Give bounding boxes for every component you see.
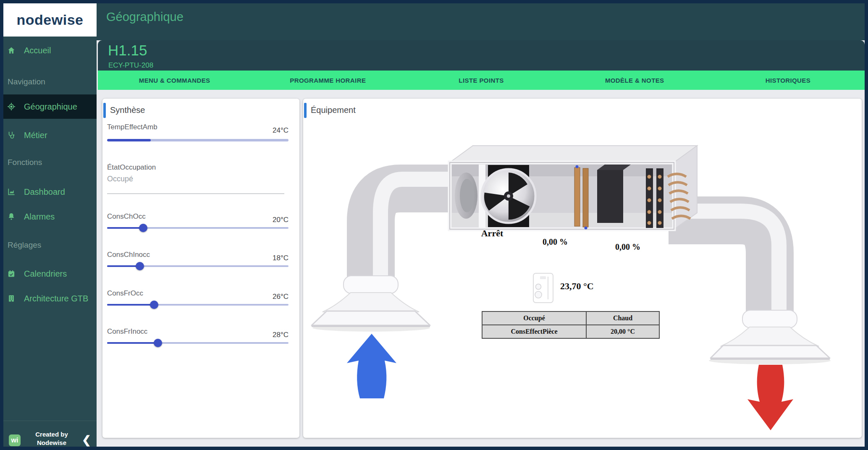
etat-occupation-field[interactable]: Occupé — [107, 175, 133, 183]
sidebar-section-reglages: Réglages — [8, 241, 92, 250]
slider-fill — [107, 265, 140, 267]
tab-modele-notes[interactable]: MODÈLE & NOTES — [558, 71, 711, 90]
created-by-line: Created by — [26, 430, 77, 439]
calendar-icon — [7, 269, 16, 278]
slider-thumb[interactable] — [139, 224, 147, 232]
cons-fr-occ-slider[interactable] — [107, 301, 288, 309]
slider-fill — [107, 227, 143, 229]
top-bar: Géographique — [97, 3, 865, 40]
app-window: nodewise Accueil Navigation Géographique… — [3, 3, 865, 447]
sidebar-item-label: Architecture GTB — [24, 294, 88, 303]
control-temp-effect: TempEffectAmb 24°C — [107, 123, 288, 131]
slider-thumb[interactable] — [136, 262, 144, 270]
device-model: ECY-PTU-208 — [108, 61, 153, 70]
air-handling-unit — [450, 146, 697, 230]
device-header-card: H1.15 ECY-PTU-208 MENU & COMMANDES PROGR… — [98, 40, 865, 90]
sidebar-footer-divider — [3, 421, 97, 421]
sidebar-item-label: Géographique — [24, 102, 77, 112]
tab-liste-points[interactable]: LISTE POINTS — [404, 71, 558, 90]
control-value: 18°C — [273, 254, 288, 262]
control-label: ÉtatOccupation — [107, 163, 156, 171]
heating-coil-icon — [574, 165, 631, 230]
logo-text: nodewise — [17, 12, 84, 28]
screen: nodewise Accueil Navigation Géographique… — [0, 0, 868, 450]
equipment-status-table: Occupé Chaud ConsEffectPièce 20,00 °C — [482, 311, 660, 339]
slider-thumb[interactable] — [150, 301, 158, 309]
control-label: ConsChOcc — [107, 212, 146, 220]
sidebar-item-dashboard[interactable]: Dashboard — [3, 183, 97, 200]
setpoint-label-cell: ConsEffectPièce — [482, 325, 586, 338]
tab-bar: MENU & COMMANDES PROGRAMME HORAIRE LISTE… — [98, 71, 865, 90]
temp-effect-progress-fill — [107, 139, 151, 141]
bell-icon — [7, 212, 16, 221]
cooling-valve-value: 0,00 % — [603, 242, 653, 252]
sidebar-item-alarmes[interactable]: Alarmes — [3, 208, 97, 225]
sidebar-item-geographique[interactable]: Géographique — [3, 94, 97, 119]
room-temperature-value: 23,70 °C — [560, 281, 644, 292]
right-duct — [669, 211, 831, 364]
setpoint-value-cell: 20,00 °C — [586, 325, 659, 338]
sidebar-item-label: Dashboard — [24, 187, 65, 197]
cons-ch-inocc-slider[interactable] — [107, 262, 288, 270]
control-label: ConsChInocc — [107, 251, 150, 259]
occupancy-cell: Occupé — [482, 311, 586, 325]
sidebar-item-label: Alarmes — [24, 212, 55, 222]
sidebar-item-label: Métier — [24, 131, 47, 140]
return-air-arrow — [347, 334, 396, 398]
sidebar: nodewise Accueil Navigation Géographique… — [3, 3, 97, 447]
supply-air-arrow — [747, 365, 793, 430]
sidebar-item-metier[interactable]: Métier — [3, 127, 97, 144]
control-label: ConsFrInocc — [107, 327, 147, 335]
table-row: Occupé Chaud — [482, 311, 659, 325]
hvac-unit-diagram — [303, 99, 862, 438]
control-label: TempEffectAmb — [107, 123, 157, 131]
sidebar-item-accueil[interactable]: Accueil — [3, 42, 97, 59]
left-duct — [312, 179, 454, 332]
sidebar-item-label: Calendriers — [24, 269, 67, 279]
control-label: ConsFrOcc — [107, 289, 143, 297]
tab-historiques[interactable]: HISTORIQUES — [711, 71, 865, 90]
control-cons-ch-inocc: ConsChInocc 18°C — [107, 251, 288, 259]
location-icon — [7, 102, 16, 111]
slider-fill — [107, 304, 154, 306]
chart-icon — [7, 188, 16, 196]
cons-fr-inocc-slider[interactable] — [107, 339, 288, 347]
equipement-panel: Équipement — [303, 99, 862, 438]
mode-cell: Chaud — [586, 311, 659, 325]
sidebar-item-label: Accueil — [24, 46, 51, 55]
etat-occupation-underline — [107, 194, 284, 194]
created-by-text: Created by Nodewise — [26, 430, 77, 447]
synthese-title: Synthèse — [110, 105, 145, 115]
sidebar-item-calendriers[interactable]: Calendriers — [3, 265, 97, 282]
sidebar-item-architecture-gtb[interactable]: Architecture GTB — [3, 290, 97, 307]
home-icon — [7, 46, 16, 55]
control-value: 26°C — [273, 293, 288, 301]
brand-line: Nodewise — [26, 439, 77, 447]
control-cons-fr-occ: ConsFrOcc 26°C — [107, 289, 288, 298]
sidebar-section-fonctions: Fonctions — [8, 158, 92, 167]
control-cons-fr-inocc: ConsFrInocc 28°C — [107, 327, 288, 336]
control-value: 28°C — [273, 331, 288, 339]
fan-status-label: Arrêt — [467, 228, 517, 239]
panel-accent-bar — [103, 103, 106, 118]
cons-ch-occ-slider[interactable] — [107, 224, 288, 232]
table-row: ConsEffectPièce 20,00 °C — [482, 325, 659, 338]
tab-menu-commandes[interactable]: MENU & COMMANDES — [98, 71, 251, 90]
building-icon — [7, 294, 16, 303]
control-value: 24°C — [273, 126, 288, 135]
wi-badge: wi — [9, 434, 21, 446]
heating-valve-value: 0,00 % — [530, 237, 580, 247]
slider-fill — [107, 342, 158, 344]
device-name: H1.15 — [108, 42, 147, 59]
sidebar-section-navigation: Navigation — [8, 77, 92, 86]
tab-programme-horaire[interactable]: PROGRAMME HORAIRE — [251, 71, 404, 90]
thermostat-icon — [533, 273, 553, 303]
control-cons-ch-occ: ConsChOcc 20°C — [107, 212, 288, 221]
temp-effect-progressbar — [107, 139, 288, 141]
page-title: Géographique — [106, 10, 184, 24]
nodewise-logo: nodewise — [3, 3, 97, 37]
slider-thumb[interactable] — [154, 339, 162, 347]
collapse-sidebar-chevron-icon[interactable]: ❮ — [81, 433, 92, 447]
control-etat-occupation: ÉtatOccupation — [107, 163, 288, 172]
stethoscope-icon — [7, 131, 16, 139]
